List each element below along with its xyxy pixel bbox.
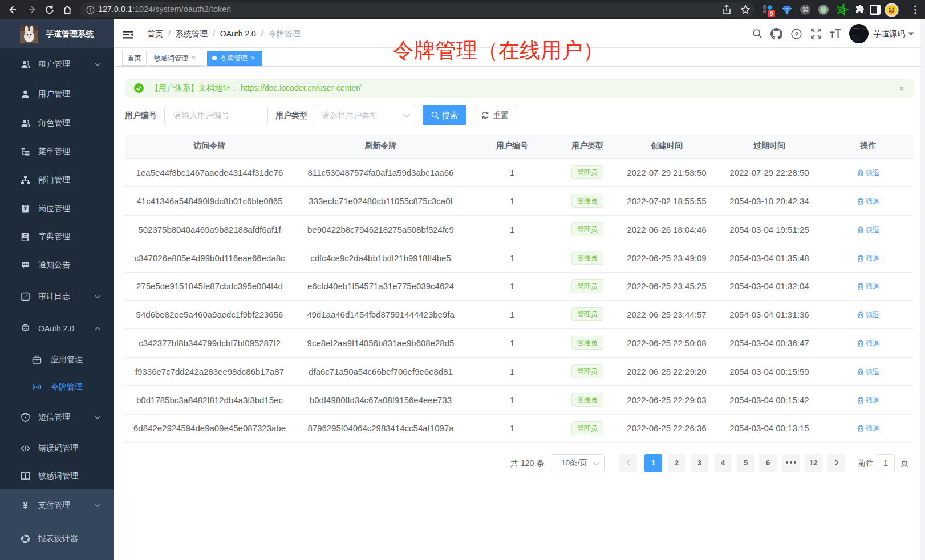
svg-text:?: ?	[794, 31, 798, 38]
svg-text:⌘: ⌘	[802, 6, 809, 13]
svg-text:9: 9	[770, 11, 773, 17]
svg-text:¥: ¥	[23, 501, 28, 510]
